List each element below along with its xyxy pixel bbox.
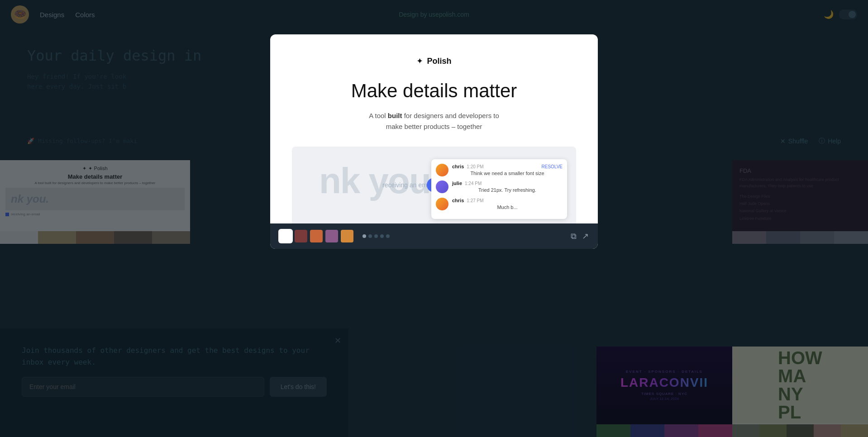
- modal: ✦ Polish Make details matter A tool buil…: [270, 34, 598, 249]
- tagline-bold: built: [388, 112, 402, 119]
- screenshot-bg-text: nk you.: [319, 160, 439, 202]
- chat-text-3: Much b...: [452, 204, 563, 211]
- modal-brand: ✦ Polish: [292, 56, 576, 66]
- chat-row-2: julie 1:24 PM Tried 21px. Try refreshing…: [436, 180, 563, 194]
- modal-footer: ⧉ ↗: [270, 223, 598, 249]
- modal-overlay[interactable]: ✦ Polish Make details matter A tool buil…: [0, 0, 868, 437]
- chat-name-1: chris: [452, 164, 464, 169]
- chat-row-3: chris 1:27 PM Much b...: [436, 198, 563, 211]
- chat-time-3: 1:27 PM: [467, 198, 483, 203]
- chat-avatar-julie: [436, 180, 448, 193]
- footer-dot-2: [368, 234, 372, 238]
- chat-content-2: julie 1:24 PM Tried 21px. Try refreshing…: [452, 180, 563, 194]
- chat-text-2: Tried 21px. Try refreshing.: [452, 187, 563, 194]
- modal-body: ✦ Polish Make details matter A tool buil…: [270, 34, 598, 223]
- footer-dot-4: [380, 234, 384, 238]
- screenshot-chat: chris 1:20 PM RESOLVE Think we need a sm…: [431, 159, 567, 219]
- footer-swatch-red[interactable]: [295, 230, 307, 242]
- footer-swatch-purple[interactable]: [325, 230, 338, 242]
- footer-swatches: [279, 230, 353, 242]
- modal-headline: Make details matter: [292, 81, 576, 101]
- chat-content-3: chris 1:27 PM Much b...: [452, 198, 563, 211]
- footer-swatch-gold[interactable]: [341, 230, 353, 242]
- chat-avatar-chris-2: [436, 198, 448, 210]
- chat-name-time-3: chris 1:27 PM: [452, 198, 563, 203]
- footer-dot-5: [386, 234, 390, 238]
- chat-resolve[interactable]: RESOLVE: [542, 164, 563, 169]
- chat-name-time-2: julie 1:24 PM: [452, 180, 563, 186]
- brand-icon: ✦: [416, 56, 423, 66]
- chat-text-1: Think we need a smaller font size: [452, 170, 563, 177]
- copy-icon[interactable]: ⧉: [571, 232, 577, 241]
- chat-content-1: chris 1:20 PM RESOLVE Think we need a sm…: [452, 164, 563, 177]
- chat-name-time-1: chris 1:20 PM RESOLVE: [452, 164, 563, 169]
- footer-dot-3: [374, 234, 378, 238]
- chat-name-2: julie: [452, 180, 462, 186]
- footer-dots: [362, 234, 390, 238]
- external-link-icon[interactable]: ↗: [582, 231, 589, 241]
- chat-time-1: 1:20 PM: [467, 164, 483, 169]
- chat-time-2: 1:24 PM: [465, 181, 482, 186]
- footer-dot-1: [362, 234, 366, 238]
- chat-avatar-chris: [436, 164, 448, 176]
- modal-screenshot: nk you. receiving an email ✦ chris 1:20 …: [292, 147, 576, 223]
- chat-name-3: chris: [452, 198, 464, 203]
- footer-swatch-orange[interactable]: [310, 230, 323, 242]
- footer-actions: ⧉ ↗: [571, 231, 589, 241]
- screenshot-receiving: receiving an email: [382, 181, 434, 189]
- chat-row-1: chris 1:20 PM RESOLVE Think we need a sm…: [436, 164, 563, 177]
- footer-swatch-white[interactable]: [279, 230, 292, 242]
- modal-tagline: A tool built for designers and developer…: [292, 110, 576, 132]
- brand-name: Polish: [427, 57, 451, 66]
